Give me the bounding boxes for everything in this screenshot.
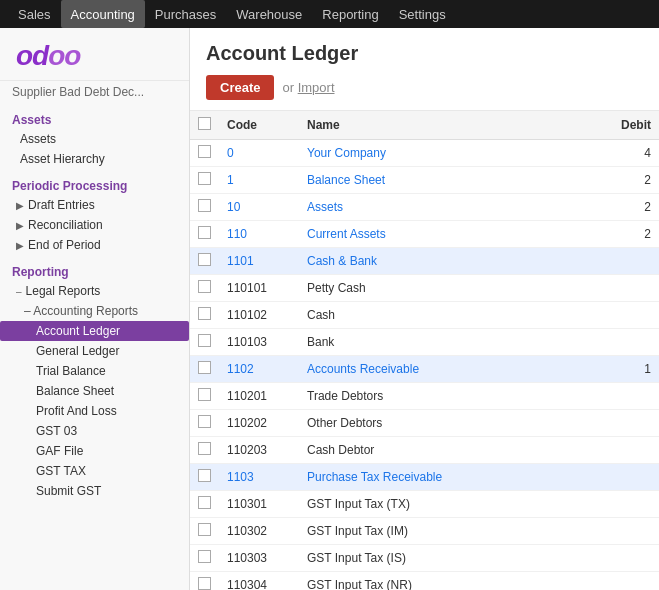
row-checkbox[interactable] [190,518,219,545]
row-name[interactable]: Accounts Receivable [299,356,575,383]
table-body: 0 Your Company 4 1 Balance Sheet 2 10 As… [190,140,659,591]
row-name[interactable]: Balance Sheet [299,167,575,194]
table-row: 110201 Trade Debtors [190,383,659,410]
sidebar-collapsible-end-of-period[interactable]: ▶End of Period [0,235,189,255]
table-row: 1 Balance Sheet 2 [190,167,659,194]
row-name[interactable]: Current Assets [299,221,575,248]
table-row: 110101 Petty Cash [190,275,659,302]
row-checkbox[interactable] [190,464,219,491]
arrow-icon: – [24,304,31,318]
row-checkbox[interactable] [190,572,219,591]
row-debit: 2 [575,194,659,221]
row-code[interactable]: 0 [219,140,299,167]
sidebar-leaf-trial-balance[interactable]: Trial Balance [0,361,189,381]
table-row: 1101 Cash & Bank [190,248,659,275]
sidebar-collapsible-legal-reports[interactable]: –Legal Reports [0,281,189,301]
sidebar-section-assets: Assets [0,107,189,129]
sidebar-leaf-gaf-file[interactable]: GAF File [0,441,189,461]
nav-item-warehouse[interactable]: Warehouse [226,0,312,28]
import-link[interactable]: Import [298,80,335,95]
sidebar-link-asset-hierarchy[interactable]: Asset Hierarchy [0,149,189,169]
row-name: Trade Debtors [299,383,575,410]
row-name[interactable]: Cash & Bank [299,248,575,275]
arrow-icon: – [16,286,22,297]
row-checkbox[interactable] [190,194,219,221]
sidebar-truncated-item[interactable]: Supplier Bad Debt Dec... [0,80,189,103]
create-button[interactable]: Create [206,75,274,100]
odoo-logo: odoo [16,40,80,72]
row-checkbox[interactable] [190,140,219,167]
sidebar-link-assets[interactable]: Assets [0,129,189,149]
toolbar: Create or Import [206,75,643,100]
header-checkbox[interactable] [190,111,219,140]
sidebar-leaf-general-ledger[interactable]: General Ledger [0,341,189,361]
table-row: 110103 Bank [190,329,659,356]
sidebar-group-accounting-reports[interactable]: – Accounting Reports [0,301,189,321]
row-debit [575,383,659,410]
nav-item-settings[interactable]: Settings [389,0,456,28]
row-name[interactable]: Purchase Tax Receivable [299,464,575,491]
table-row: 110 Current Assets 2 [190,221,659,248]
row-checkbox[interactable] [190,248,219,275]
row-checkbox[interactable] [190,167,219,194]
row-debit [575,464,659,491]
row-code[interactable]: 1102 [219,356,299,383]
row-debit: 1 [575,356,659,383]
sidebar-leaf-profit-and-loss[interactable]: Profit And Loss [0,401,189,421]
row-name[interactable]: Assets [299,194,575,221]
account-ledger-table: Code Name Debit 0 Your Company 4 1 [190,111,659,590]
row-code[interactable]: 1 [219,167,299,194]
table-row: 110102 Cash [190,302,659,329]
row-checkbox[interactable] [190,302,219,329]
table-row: 10 Assets 2 [190,194,659,221]
sidebar-leaf-account-ledger[interactable]: Account Ledger [0,321,189,341]
row-checkbox[interactable] [190,437,219,464]
nav-item-sales[interactable]: Sales [8,0,61,28]
row-checkbox[interactable] [190,329,219,356]
row-name: GST Input Tax (NR) [299,572,575,591]
sidebar-collapsible-reconciliation[interactable]: ▶Reconciliation [0,215,189,235]
row-checkbox[interactable] [190,491,219,518]
row-debit [575,437,659,464]
row-name: GST Input Tax (IS) [299,545,575,572]
row-code[interactable]: 1101 [219,248,299,275]
row-code[interactable]: 10 [219,194,299,221]
nav-item-accounting[interactable]: Accounting [61,0,145,28]
sidebar-leaf-gst-03[interactable]: GST 03 [0,421,189,441]
row-code[interactable]: 1103 [219,464,299,491]
sidebar-leaf-gst-tax[interactable]: GST TAX [0,461,189,481]
row-code[interactable]: 110 [219,221,299,248]
row-checkbox[interactable] [190,275,219,302]
row-debit [575,572,659,591]
sidebar-collapsible-draft-entries[interactable]: ▶Draft Entries [0,195,189,215]
table-row: 110203 Cash Debtor [190,437,659,464]
content-header: Account Ledger Create or Import [190,28,659,111]
nav-item-purchases[interactable]: Purchases [145,0,226,28]
nav-item-reporting[interactable]: Reporting [312,0,388,28]
row-checkbox[interactable] [190,221,219,248]
page-title: Account Ledger [206,42,643,65]
sidebar: odoo Supplier Bad Debt Dec... AssetsAsse… [0,28,190,590]
content-area: Account Ledger Create or Import Code Nam… [190,28,659,590]
sidebar-leaf-submit-gst[interactable]: Submit GST [0,481,189,501]
table-row: 0 Your Company 4 [190,140,659,167]
logo-area: odoo [0,28,189,80]
row-name: Cash [299,302,575,329]
row-name: GST Input Tax (TX) [299,491,575,518]
sidebar-section-reporting: Reporting [0,259,189,281]
row-checkbox[interactable] [190,356,219,383]
row-checkbox[interactable] [190,383,219,410]
row-name: Other Debtors [299,410,575,437]
row-checkbox[interactable] [190,410,219,437]
row-debit [575,545,659,572]
row-code: 110302 [219,518,299,545]
header-debit: Debit [575,111,659,140]
row-code: 110103 [219,329,299,356]
row-name[interactable]: Your Company [299,140,575,167]
table-row: 110301 GST Input Tax (TX) [190,491,659,518]
table-header-row: Code Name Debit [190,111,659,140]
row-debit [575,248,659,275]
sidebar-leaf-balance-sheet[interactable]: Balance Sheet [0,381,189,401]
row-code: 110201 [219,383,299,410]
row-checkbox[interactable] [190,545,219,572]
